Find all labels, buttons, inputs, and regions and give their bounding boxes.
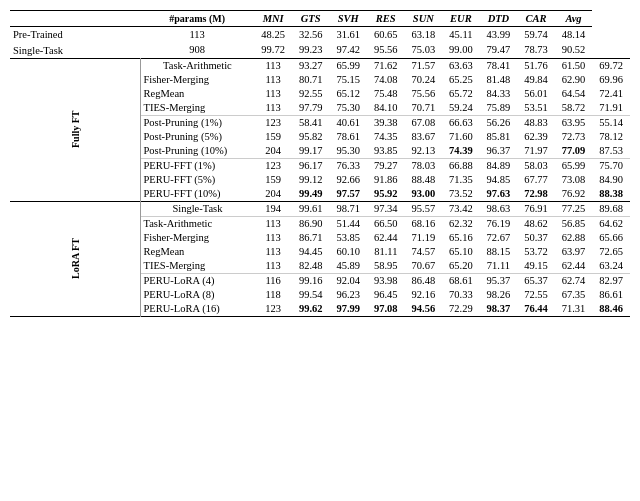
method-name: PERU-FFT (1%) — [140, 158, 254, 173]
param-value: 908 — [140, 41, 254, 58]
method-name: TIES-Merging — [140, 101, 254, 116]
method-name: PERU-FFT (10%) — [140, 187, 254, 202]
col-gts: GTS — [292, 11, 330, 27]
col-method — [10, 11, 140, 27]
table-row: LoRA FT Single-Task 194 99.61 98.71 97.3… — [10, 201, 630, 216]
col-car: CAR — [517, 11, 555, 27]
method-name: RegMean — [140, 245, 254, 259]
method-name: Fisher-Merging — [140, 231, 254, 245]
method-name: Post-Pruning (10%) — [140, 144, 254, 159]
col-res: RES — [367, 11, 405, 27]
method-name: PERU-LoRA (16) — [140, 302, 254, 317]
method-name: Post-Pruning (1%) — [140, 115, 254, 130]
col-eur: EUR — [442, 11, 480, 27]
method-name: Task-Arithmetic — [140, 58, 254, 73]
method-name: PERU-LoRA (8) — [140, 288, 254, 302]
method-name: Single-Task — [140, 201, 254, 216]
method-name: Post-Pruning (5%) — [140, 130, 254, 144]
table-row: Pre-Trained 113 48.25 32.56 31.61 60.65 … — [10, 27, 630, 42]
main-container: #params (M) MNI GTS SVH RES SUN EUR DTD … — [0, 0, 640, 323]
method-name: Single-Task — [10, 41, 140, 58]
col-svh: SVH — [329, 11, 367, 27]
section-label: Fully FT — [10, 58, 140, 201]
method-name: Fisher-Merging — [140, 73, 254, 87]
method-name: RegMean — [140, 87, 254, 101]
param-value: 113 — [140, 27, 254, 42]
table-row: Single-Task 908 99.72 99.23 97.42 95.56 … — [10, 41, 630, 58]
method-name: PERU-FFT (5%) — [140, 173, 254, 187]
method-name: TIES-Merging — [140, 259, 254, 274]
col-avg: Avg — [555, 11, 593, 27]
col-params: #params (M) — [140, 11, 254, 27]
table-body: Pre-Trained 113 48.25 32.56 31.61 60.65 … — [10, 27, 630, 317]
col-sun: SUN — [405, 11, 443, 27]
section-label: LoRA FT — [10, 201, 140, 316]
method-name: Pre-Trained — [10, 27, 140, 42]
col-mni: MNI — [254, 11, 292, 27]
method-name: PERU-LoRA (4) — [140, 273, 254, 288]
table-header: #params (M) MNI GTS SVH RES SUN EUR DTD … — [10, 11, 630, 27]
table-row: Fully FT Task-Arithmetic 113 93.27 65.99… — [10, 58, 630, 73]
col-dtd: DTD — [480, 11, 518, 27]
method-name: Task-Arithmetic — [140, 216, 254, 231]
results-table: #params (M) MNI GTS SVH RES SUN EUR DTD … — [10, 10, 630, 317]
header-row: #params (M) MNI GTS SVH RES SUN EUR DTD … — [10, 11, 630, 27]
